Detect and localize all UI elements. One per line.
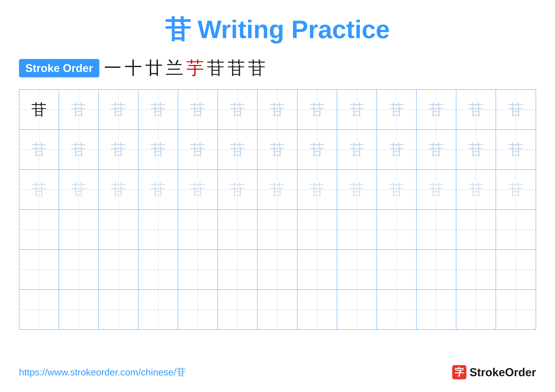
cell-3-10[interactable]: 苷 <box>377 170 416 209</box>
cell-1-2[interactable]: 苷 <box>59 90 99 129</box>
cell-4-4[interactable] <box>139 210 178 249</box>
cell-4-10[interactable] <box>377 210 416 249</box>
cell-3-13[interactable]: 苷 <box>496 170 536 209</box>
cell-1-6[interactable]: 苷 <box>218 90 258 129</box>
grid-row-1: 苷 苷 苷 苷 苷 苷 苷 苷 苷 苷 苷 苷 苷 <box>19 90 536 130</box>
cell-1-1[interactable]: 苷 <box>19 90 59 129</box>
cell-4-1[interactable] <box>19 210 59 249</box>
cell-5-7[interactable] <box>258 250 297 289</box>
cell-5-3[interactable] <box>99 250 139 289</box>
cell-5-10[interactable] <box>377 250 416 289</box>
cell-1-9[interactable]: 苷 <box>337 90 377 129</box>
cell-2-9[interactable]: 苷 <box>337 130 377 169</box>
cell-3-7[interactable]: 苷 <box>258 170 297 209</box>
cell-3-6[interactable]: 苷 <box>218 170 258 209</box>
cell-6-1[interactable] <box>19 290 59 329</box>
cell-6-7[interactable] <box>258 290 297 329</box>
cell-2-4[interactable]: 苷 <box>139 130 178 169</box>
cell-1-7[interactable]: 苷 <box>258 90 297 129</box>
cell-1-4[interactable]: 苷 <box>139 90 178 129</box>
cell-5-11[interactable] <box>416 250 456 289</box>
cell-3-12[interactable]: 苷 <box>456 170 496 209</box>
cell-3-11[interactable]: 苷 <box>416 170 456 209</box>
cell-3-2[interactable]: 苷 <box>59 170 99 209</box>
footer: https://www.strokeorder.com/chinese/苷 字 … <box>19 365 536 379</box>
cell-6-10[interactable] <box>377 290 416 329</box>
grid-row-5 <box>19 250 536 290</box>
cell-3-5[interactable]: 苷 <box>178 170 218 209</box>
cell-1-11[interactable]: 苷 <box>416 90 456 129</box>
stroke-order-badge: Stroke Order <box>19 59 99 77</box>
cell-4-8[interactable] <box>297 210 337 249</box>
cell-6-13[interactable] <box>496 290 536 329</box>
cell-3-1[interactable]: 苷 <box>19 170 59 209</box>
stroke-5: 芋 <box>186 56 204 80</box>
cell-1-3[interactable]: 苷 <box>99 90 139 129</box>
stroke-8: 苷 <box>248 56 265 80</box>
stroke-4: 兰 <box>166 56 183 80</box>
footer-url[interactable]: https://www.strokeorder.com/chinese/苷 <box>19 366 186 379</box>
cell-6-4[interactable] <box>139 290 178 329</box>
stroke-1: 一 <box>104 56 122 80</box>
page: 苷 Writing Practice Stroke Order 一 十 廿 兰 … <box>0 0 555 392</box>
strokeorder-logo-icon: 字 <box>452 365 466 379</box>
cell-3-8[interactable]: 苷 <box>297 170 337 209</box>
stroke-2: 十 <box>125 56 142 80</box>
stroke-order-row: Stroke Order 一 十 廿 兰 芋 苷 苷 苷 <box>19 56 536 80</box>
cell-1-5[interactable]: 苷 <box>178 90 218 129</box>
cell-5-9[interactable] <box>337 250 377 289</box>
stroke-7: 苷 <box>227 56 245 80</box>
cell-2-13[interactable]: 苷 <box>496 130 536 169</box>
cell-6-11[interactable] <box>416 290 456 329</box>
stroke-6: 苷 <box>207 56 224 80</box>
cell-2-7[interactable]: 苷 <box>258 130 297 169</box>
cell-2-8[interactable]: 苷 <box>297 130 337 169</box>
cell-1-10[interactable]: 苷 <box>377 90 416 129</box>
cell-2-11[interactable]: 苷 <box>416 130 456 169</box>
cell-4-13[interactable] <box>496 210 536 249</box>
cell-2-5[interactable]: 苷 <box>178 130 218 169</box>
cell-5-12[interactable] <box>456 250 496 289</box>
cell-4-11[interactable] <box>416 210 456 249</box>
cell-6-2[interactable] <box>59 290 99 329</box>
cell-4-9[interactable] <box>337 210 377 249</box>
stroke-3: 廿 <box>145 56 163 80</box>
cell-2-3[interactable]: 苷 <box>99 130 139 169</box>
cell-6-5[interactable] <box>178 290 218 329</box>
cell-5-8[interactable] <box>297 250 337 289</box>
cell-4-5[interactable] <box>178 210 218 249</box>
cell-5-2[interactable] <box>59 250 99 289</box>
cell-1-13[interactable]: 苷 <box>496 90 536 129</box>
cell-5-6[interactable] <box>218 250 258 289</box>
cell-6-8[interactable] <box>297 290 337 329</box>
cell-3-4[interactable]: 苷 <box>139 170 178 209</box>
stroke-chars: 一 十 廿 兰 芋 苷 苷 苷 <box>104 56 265 80</box>
cell-5-5[interactable] <box>178 250 218 289</box>
cell-2-2[interactable]: 苷 <box>59 130 99 169</box>
cell-4-2[interactable] <box>59 210 99 249</box>
cell-4-12[interactable] <box>456 210 496 249</box>
cell-3-3[interactable]: 苷 <box>99 170 139 209</box>
cell-5-4[interactable] <box>139 250 178 289</box>
cell-1-12[interactable]: 苷 <box>456 90 496 129</box>
cell-6-12[interactable] <box>456 290 496 329</box>
cell-6-9[interactable] <box>337 290 377 329</box>
footer-logo-text: StrokeOrder <box>470 366 536 379</box>
cell-2-10[interactable]: 苷 <box>377 130 416 169</box>
cell-3-9[interactable]: 苷 <box>337 170 377 209</box>
practice-grid: 苷 苷 苷 苷 苷 苷 苷 苷 苷 苷 苷 苷 苷 苷 苷 苷 苷 苷 苷 苷 … <box>19 89 536 330</box>
cell-4-7[interactable] <box>258 210 297 249</box>
grid-row-3: 苷 苷 苷 苷 苷 苷 苷 苷 苷 苷 苷 苷 苷 <box>19 170 536 210</box>
grid-row-2: 苷 苷 苷 苷 苷 苷 苷 苷 苷 苷 苷 苷 苷 <box>19 130 536 170</box>
cell-4-3[interactable] <box>99 210 139 249</box>
footer-logo: 字 StrokeOrder <box>452 365 536 379</box>
cell-2-12[interactable]: 苷 <box>456 130 496 169</box>
cell-6-3[interactable] <box>99 290 139 329</box>
cell-5-1[interactable] <box>19 250 59 289</box>
cell-1-8[interactable]: 苷 <box>297 90 337 129</box>
cell-2-1[interactable]: 苷 <box>19 130 59 169</box>
cell-4-6[interactable] <box>218 210 258 249</box>
cell-6-6[interactable] <box>218 290 258 329</box>
cell-2-6[interactable]: 苷 <box>218 130 258 169</box>
cell-5-13[interactable] <box>496 250 536 289</box>
